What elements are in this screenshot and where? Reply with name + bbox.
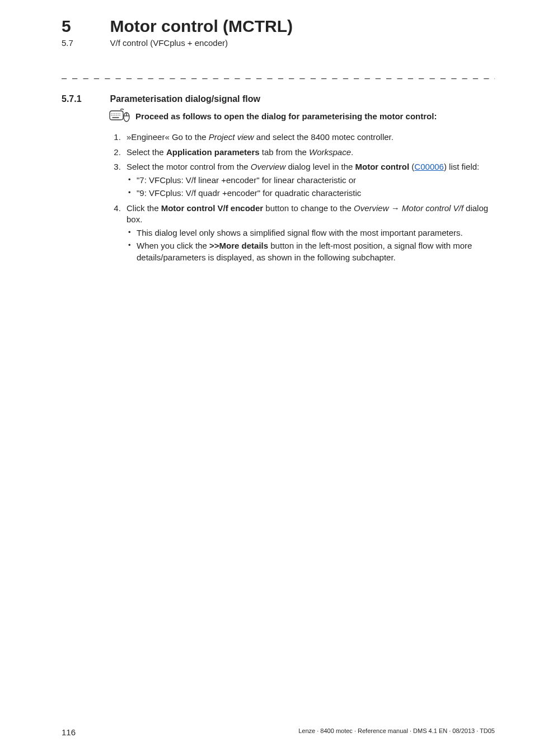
text: dialog level in the <box>285 162 355 171</box>
list-item: "9: VFCplus: V/f quadr +encoder" for qua… <box>137 188 495 199</box>
text: Click the <box>127 203 161 213</box>
text: ) list field: <box>444 162 479 171</box>
text: tab from the <box>260 147 309 157</box>
subsection-header: 5.7.1 Parameterisation dialog/signal flo… <box>62 94 495 104</box>
subsection-title: Parameterisation dialog/signal flow <box>110 94 260 104</box>
text: »Engineer« Go to the <box>127 132 209 142</box>
footer-meta: Lenze · 8400 motec · Reference manual · … <box>298 727 495 737</box>
text-bold: Motor control V/f encoder <box>161 203 264 213</box>
chapter-title: Motor control (MCTRL) <box>110 17 293 36</box>
sublist: This dialog level only shows a simplifie… <box>127 227 495 263</box>
chapter-number: 5 <box>62 17 107 36</box>
page-number: 116 <box>62 727 76 737</box>
page: 5 Motor control (MCTRL) 5.7 V/f control … <box>0 0 534 756</box>
subsection-number: 5.7.1 <box>62 94 107 104</box>
steps-list: »Engineer« Go to the Project view and se… <box>107 132 495 263</box>
section-header: 5.7 V/f control (VFCplus + encoder) <box>62 38 495 48</box>
arrow-icon: → <box>389 203 402 213</box>
text-bold: Application parameters <box>166 147 260 157</box>
text: and select the 8400 motec controller. <box>254 132 394 142</box>
page-footer: 116 Lenze · 8400 motec · Reference manua… <box>62 727 495 737</box>
lead-text: Proceed as follows to open the dialog fo… <box>135 111 437 122</box>
cross-ref-link[interactable]: C00006 <box>414 162 444 171</box>
list-item: This dialog level only shows a simplifie… <box>137 227 495 239</box>
text-ital: Workspace <box>309 147 351 157</box>
text: When you click the <box>137 241 209 250</box>
keyboard-mouse-icon <box>107 109 131 126</box>
chapter-header: 5 Motor control (MCTRL) <box>62 17 495 36</box>
step-3: Select the motor control from the Overvi… <box>123 161 495 199</box>
text: ( <box>409 162 414 171</box>
text-ital: Overview <box>251 162 286 171</box>
text-bold: Motor control <box>355 162 410 171</box>
text-bold: >>More details <box>209 241 268 250</box>
lead-row: Proceed as follows to open the dialog fo… <box>107 111 495 126</box>
section-number: 5.7 <box>62 38 107 48</box>
text: button to change to the <box>263 203 354 213</box>
list-item: When you click the >>More details button… <box>137 240 495 263</box>
step-4: Click the Motor control V/f encoder butt… <box>123 203 495 263</box>
text: Select the motor control from the <box>127 162 251 171</box>
text: . <box>351 147 353 157</box>
list-item: "7: VFCplus: V/f linear +encoder" for li… <box>137 175 495 186</box>
sublist: "7: VFCplus: V/f linear +encoder" for li… <box>127 175 495 199</box>
text-ital: Project view <box>209 132 254 142</box>
step-1: »Engineer« Go to the Project view and se… <box>123 132 495 143</box>
text-ital: Motor control V/f <box>402 203 463 213</box>
section-title: V/f control (VFCplus + encoder) <box>110 38 228 48</box>
body: Proceed as follows to open the dialog fo… <box>107 111 495 263</box>
divider: _ _ _ _ _ _ _ _ _ _ _ _ _ _ _ _ _ _ _ _ … <box>62 69 495 80</box>
text-ital: Overview <box>354 203 389 213</box>
step-2: Select the Application parameters tab fr… <box>123 147 495 158</box>
text: Select the <box>127 147 166 157</box>
